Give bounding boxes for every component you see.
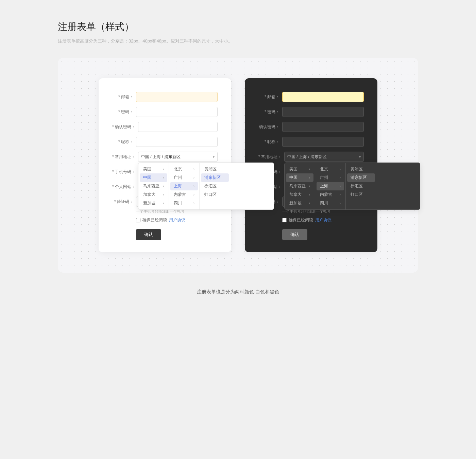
dark-cascader-item[interactable]: 加拿大 › [285,190,315,199]
phone-label: * 手机号码： [112,167,135,175]
captcha-label: * 验证码： [112,197,133,205]
agreement-checkbox[interactable] [136,218,140,222]
cascader-item[interactable]: 虹口区 [200,190,230,199]
cascader-item[interactable]: 马来西亚 › [138,182,169,190]
dark-agreement-link[interactable]: 用户协议 [315,217,332,223]
dark-cascader-item-selected[interactable]: 中国 › [286,173,313,182]
dark-address-cascader[interactable]: 中国 / 上海 / 浦东新区 ▾ 美国 › 中国 › 马来西亚 › 加拿大 › … [284,152,364,162]
cascader-item-selected[interactable]: 上海 › [170,182,198,190]
dark-cascader-item[interactable]: 美国 › [285,165,315,173]
dark-cascader-trigger[interactable]: 中国 / 上海 / 浦东新区 ▾ [284,152,364,162]
dark-agreement-checkbox[interactable] [282,218,287,222]
dark-nickname-input[interactable] [282,137,364,147]
confirm-row: * 确认密码： [112,122,218,132]
bottom-caption: 注册表单也是分为两种颜色-白色和黑色 [58,289,418,295]
confirm-input[interactable] [138,122,218,132]
dark-password-row: * 密码： [258,107,364,117]
dark-agreement-text: 确保已经阅读 [289,217,313,223]
cascader-item[interactable]: 新加坡 › [138,199,169,207]
confirm-btn-row: 确认 [136,229,218,240]
password-input[interactable] [136,107,218,117]
dark-cascader-item-selected[interactable]: 浦东新区 [347,173,375,182]
cascader-item[interactable]: 徐汇区 [200,182,230,190]
dark-nickname-row: * 昵称： [258,137,364,147]
white-form-card: * 邮箱： * 密码： * 确认密码： * 昵称： * 常用地址： [99,78,231,252]
dark-cascader-value: 中国 / 上海 / 浦东新区 [287,154,327,160]
nickname-label: * 昵称： [112,137,133,145]
dark-email-input[interactable] [282,92,364,102]
dark-cascader-item[interactable]: 徐汇区 [346,182,376,190]
dark-email-row: * 邮箱： [258,92,364,102]
cascader-item[interactable]: 美国 › [138,165,169,173]
dark-cascader-item[interactable]: 北京 › [315,165,345,173]
dark-cascader-item[interactable]: 马来西亚 › [285,182,315,190]
address-row: * 常用地址： 中国 / 上海 / 浦东新区 ▾ 美国 › 中国 › 马来西亚 … [112,152,218,162]
cascader-item[interactable]: 北京 › [169,165,199,173]
confirm-button[interactable]: 确认 [136,229,161,240]
demo-container: * 邮箱： * 密码： * 确认密码： * 昵称： * 常用地址： [58,58,418,273]
page-title: 注册表单（样式） [58,20,418,33]
dark-address-label: * 常用地址： [258,152,282,160]
dark-cascader-item[interactable]: 黄浦区 [346,165,376,173]
chevron-down-icon: ▾ [359,155,361,159]
dark-cascader-col-1: 美国 › 中国 › 马来西亚 › 加拿大 › 新加坡 › [285,163,315,209]
dark-address-row: * 常用地址： 中国 / 上海 / 浦东新区 ▾ 美国 › 中国 › 马来西亚 … [258,152,364,162]
dark-cascader-col-2: 北京 › 广州 › 上海 › 内蒙古 › 四川 › [315,163,346,209]
dark-nickname-label: * 昵称： [258,137,279,145]
dark-cascader-item-selected[interactable]: 上海 › [317,182,344,190]
page-desc: 注册表单按高度分为三种，分别是：32px、40px和48px。应对三种不同的尺寸… [58,38,418,44]
dark-confirm-row: 确认密码： [258,122,364,132]
cascader-col-1: 美国 › 中国 › 马来西亚 › 加拿大 › 新加坡 › [138,163,169,209]
cascader-trigger[interactable]: 中国 / 上海 / 浦东新区 ▾ [138,152,218,162]
agreement-row: 确保已经阅读 用户协议 [136,217,218,223]
dark-confirm-button[interactable]: 确认 [282,229,307,240]
page-wrapper: 注册表单（样式） 注册表单按高度分为三种，分别是：32px、40px和48px。… [44,0,432,316]
cascader-item[interactable]: 广州 › [169,173,199,182]
dark-confirm-label: 确认密码： [258,122,279,130]
dark-cascader-item[interactable]: 四川 › [315,199,345,207]
cascader-item-selected[interactable]: 浦东新区 [201,173,229,182]
email-row: * 邮箱： [112,92,218,102]
chevron-down-icon: ▾ [213,155,215,159]
cascader-panel: 美国 › 中国 › 马来西亚 › 加拿大 › 新加坡 › 北京 › 广州 › 上… [138,163,274,210]
dark-password-label: * 密码： [258,107,279,115]
address-cascader[interactable]: 中国 / 上海 / 浦东新区 ▾ 美国 › 中国 › 马来西亚 › 加拿大 › … [138,152,218,162]
dark-password-input[interactable] [282,107,364,117]
confirm-label: * 确认密码： [112,122,135,130]
dark-confirm-btn-row: 确认 [282,229,364,240]
cascader-value: 中国 / 上海 / 浦东新区 [141,154,181,160]
dark-cascader-item[interactable]: 虹口区 [346,190,376,199]
email-label: * 邮箱： [112,92,133,100]
cascader-item[interactable]: 加拿大 › [138,190,169,199]
cascader-col-3: 黄浦区 浦东新区 徐汇区 虹口区 [200,163,230,209]
agreement-link[interactable]: 用户协议 [169,217,185,223]
dark-cascader-item[interactable]: 广州 › [315,173,345,182]
cascader-item-selected[interactable]: 中国 › [140,173,167,182]
password-row: * 密码： [112,107,218,117]
password-label: * 密码： [112,107,133,115]
nickname-input[interactable] [136,137,218,147]
email-input[interactable] [136,92,218,102]
website-label: * 个人网站： [112,182,135,190]
dark-cascader-col-3: 黄浦区 浦东新区 徐汇区 虹口区 [346,163,376,209]
dark-confirm-input[interactable] [282,122,364,132]
dark-cascader-item[interactable]: 内蒙古 › [315,190,345,199]
nickname-row: * 昵称： [112,137,218,147]
cascader-item[interactable]: 四川 › [169,199,199,207]
dark-agreement-row: 确保已经阅读 用户协议 [282,217,364,223]
dark-email-label: * 邮箱： [258,92,279,100]
cascader-col-2: 北京 › 广州 › 上海 › 内蒙古 › 四川 › [169,163,200,209]
agreement-text: 确保已经阅读 [142,217,167,223]
cascader-item[interactable]: 黄浦区 [200,165,230,173]
cascader-item[interactable]: 内蒙古 › [169,190,199,199]
dark-cascader-item[interactable]: 新加坡 › [285,199,315,207]
dark-cascader-panel: 美国 › 中国 › 马来西亚 › 加拿大 › 新加坡 › 北京 › 广州 › 上… [284,163,420,210]
address-label: * 常用地址： [112,152,135,160]
